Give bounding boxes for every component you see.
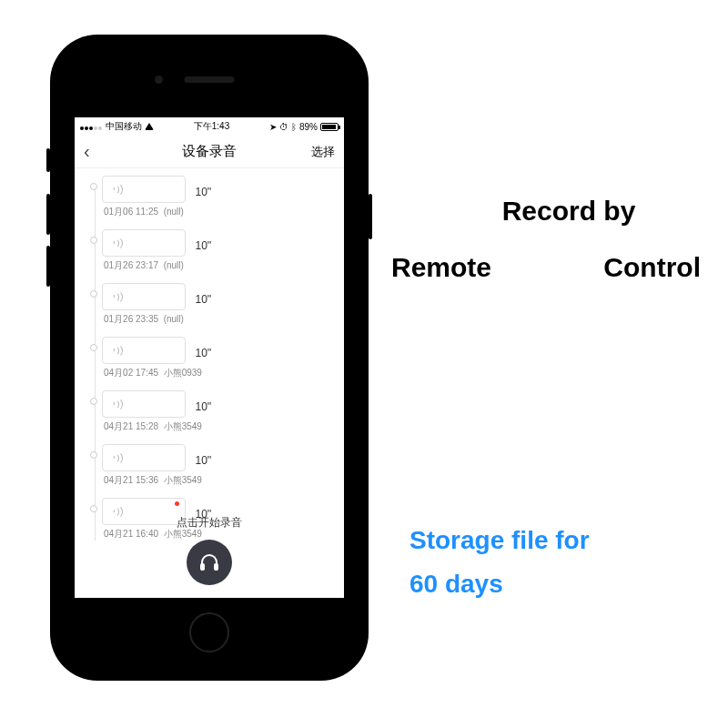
timestamp: 01月26 23:17 <box>104 260 158 270</box>
list-item[interactable]: 10'' 04月21 15:36 小熊3549 <box>91 444 344 487</box>
alarm-icon: ⏱ <box>279 122 288 132</box>
storage-line2: 60 days <box>410 562 590 606</box>
timestamp: 01月26 23:35 <box>104 314 158 324</box>
timeline-dot <box>90 505 97 512</box>
front-camera <box>155 76 163 84</box>
promo-word-control: Control <box>603 252 701 283</box>
list-item[interactable]: 10'' 04月21 15:28 小熊3549 <box>91 390 344 433</box>
author: (null) <box>164 314 184 324</box>
timeline-dot <box>90 451 97 459</box>
back-button[interactable]: ‹ <box>84 141 111 162</box>
list-item[interactable]: 10'' 04月02 17:45 小熊0939 <box>91 337 344 379</box>
sound-wave-icon <box>110 398 123 410</box>
timeline-dot <box>90 398 97 405</box>
recording-list: 10'' 01月06 11:25 (null) 10'' 01月26 23:17… <box>75 168 344 541</box>
audio-bubble[interactable] <box>102 444 186 471</box>
wifi-icon <box>145 122 154 132</box>
status-bar: 中国移动 下午1:43 ➤ ⏱ ᛒ 89% <box>75 117 344 136</box>
nav-bar: ‹ 设备录音 选择 <box>75 136 344 168</box>
promo-text: Record by Remote Control <box>391 196 710 283</box>
audio-bubble[interactable] <box>102 229 186 257</box>
signal-icon <box>80 122 103 132</box>
timestamp: 04月02 17:45 <box>104 368 158 378</box>
power-button <box>369 194 372 239</box>
list-item[interactable]: 10'' 01月26 23:17 (null) <box>91 229 344 272</box>
timestamp: 04月21 15:28 <box>104 421 158 431</box>
start-record-button[interactable] <box>187 540 232 585</box>
clock: 下午1:43 <box>194 120 229 133</box>
timeline-dot <box>90 344 97 351</box>
screen: 中国移动 下午1:43 ➤ ⏱ ᛒ 89% ‹ 设备录音 选择 <box>75 117 344 598</box>
duration: 10'' <box>195 400 211 413</box>
footer: 点击开始录音 <box>75 515 344 598</box>
sound-wave-icon <box>110 451 123 464</box>
list-item[interactable]: 10'' 01月26 23:35 (null) <box>91 283 344 326</box>
speaker-grille <box>185 76 235 83</box>
record-hint: 点击开始录音 <box>75 515 344 531</box>
home-button <box>189 612 229 652</box>
author: 小熊0939 <box>164 368 202 378</box>
sound-wave-icon <box>110 290 123 303</box>
sound-wave-icon <box>110 183 123 196</box>
mute-switch <box>46 148 50 172</box>
audio-bubble[interactable] <box>102 390 186 418</box>
storage-line1: Storage file for <box>410 519 590 562</box>
volume-down-button <box>46 246 50 287</box>
timeline-dot <box>90 183 97 190</box>
sound-wave-icon <box>110 237 123 249</box>
duration: 10'' <box>195 293 211 306</box>
unread-badge <box>175 501 179 506</box>
duration: 10'' <box>195 454 211 467</box>
list-item[interactable]: 10'' 01月06 11:25 (null) <box>91 176 344 218</box>
phone-frame: 中国移动 下午1:43 ➤ ⏱ ᛒ 89% ‹ 设备录音 选择 <box>50 35 369 681</box>
author: (null) <box>164 207 184 217</box>
duration: 10'' <box>195 239 211 252</box>
author: 小熊3549 <box>164 421 202 431</box>
duration: 10'' <box>195 186 211 198</box>
promo-line1: Record by <box>391 196 710 227</box>
location-icon: ➤ <box>269 122 277 132</box>
page-title: 设备录音 <box>182 143 237 160</box>
promo-word-remote: Remote <box>391 252 491 283</box>
storage-text: Storage file for 60 days <box>410 519 590 605</box>
battery-percent: 89% <box>299 122 318 132</box>
timestamp: 01月06 11:25 <box>104 207 158 217</box>
audio-bubble[interactable] <box>102 337 186 364</box>
author: (null) <box>164 260 184 270</box>
timestamp: 04月21 15:36 <box>104 475 158 485</box>
bluetooth-icon: ᛒ <box>291 122 297 132</box>
headphone-icon <box>199 552 219 572</box>
timeline-dot <box>90 290 97 298</box>
battery-icon <box>320 123 339 131</box>
carrier-label: 中国移动 <box>106 120 142 133</box>
volume-up-button <box>46 194 50 235</box>
audio-bubble[interactable] <box>102 176 186 203</box>
select-button[interactable]: 选择 <box>308 144 335 160</box>
author: 小熊3549 <box>164 475 202 485</box>
duration: 10'' <box>195 347 211 359</box>
sound-wave-icon <box>110 344 123 357</box>
timeline-dot <box>90 237 97 244</box>
audio-bubble[interactable] <box>102 283 186 310</box>
